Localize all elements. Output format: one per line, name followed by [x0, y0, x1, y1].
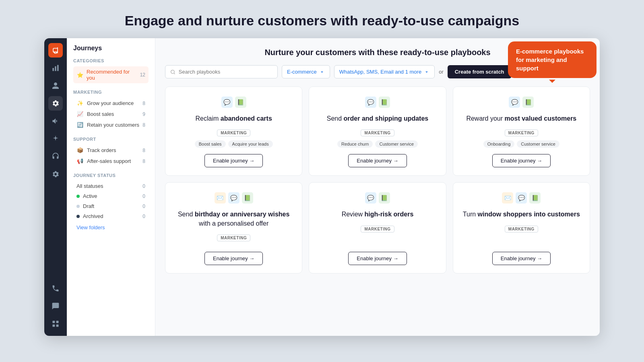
- category-grow[interactable]: ✨ Grow your audience 8: [73, 98, 149, 109]
- categories-label: Categories: [73, 58, 149, 63]
- category-boost-count: 9: [142, 111, 145, 117]
- card-badge: MARKETING: [505, 130, 538, 136]
- journey-card-window-shoppers[interactable]: ✉️💬📗 Turn window shoppers into customers…: [453, 182, 590, 274]
- svg-rect-2: [57, 65, 58, 71]
- enable-journey-button[interactable]: Enable journey →: [492, 154, 551, 167]
- create-from-scratch-button[interactable]: Create from scratch: [448, 65, 512, 78]
- card-badge: MARKETING: [217, 234, 250, 241]
- card-title: Send order and shipping updates: [327, 114, 429, 123]
- category-boost[interactable]: 📈 Boost sales 9: [73, 109, 149, 119]
- journey-card-order-shipping[interactable]: 💬📗 Send order and shipping updates MARKE…: [309, 86, 446, 176]
- nav-icon-megaphone[interactable]: [48, 43, 63, 58]
- cards-grid: 💬📗 Reclaim abandoned carts MARKETING Boo…: [165, 86, 590, 274]
- view-folders-link[interactable]: View folders: [73, 221, 149, 234]
- nav-icon-phone[interactable]: [48, 281, 63, 296]
- search-input[interactable]: [179, 69, 272, 75]
- category-grow-count: 8: [142, 101, 145, 106]
- journey-card-high-risk[interactable]: 💬📗 Review high-risk orders MARKETING Ena…: [309, 182, 446, 274]
- card-badge: MARKETING: [361, 130, 394, 136]
- journey-card-abandoned-carts[interactable]: 💬📗 Reclaim abandoned carts MARKETING Boo…: [165, 86, 302, 176]
- category-recommended[interactable]: ⭐ Recommended for you 12: [73, 66, 149, 83]
- nav-icon-grid[interactable]: [48, 317, 63, 331]
- card-channels: ✉️💬📗: [502, 192, 541, 204]
- tooltip-bubble: E-commerce playbooks for marketing and s…: [508, 41, 597, 78]
- card-channels: 💬📗: [509, 97, 534, 108]
- enable-journey-button[interactable]: Enable journey →: [348, 252, 407, 265]
- status-active-label: Active: [83, 193, 97, 199]
- category-retain-label: Retain your customers: [87, 122, 139, 128]
- card-tags: Reduce churnCustomer service: [337, 140, 418, 148]
- enable-journey-button[interactable]: Enable journey →: [348, 154, 407, 167]
- active-dot-icon: [76, 195, 80, 198]
- status-draft-label: Draft: [83, 203, 94, 209]
- ecommerce-filter[interactable]: E-commerce: [282, 65, 330, 78]
- nav-icon-automation[interactable]: [48, 96, 63, 111]
- card-title: Turn window shoppers into customers: [463, 210, 580, 219]
- status-all-count: 0: [142, 183, 145, 189]
- card-channels: 💬📗: [365, 192, 390, 204]
- status-all-label: All statuses: [76, 183, 103, 189]
- category-track[interactable]: 📦 Track orders 8: [73, 145, 149, 156]
- status-active[interactable]: Active 0: [73, 191, 149, 201]
- nav-icon-sparkle[interactable]: [48, 132, 63, 146]
- draft-dot-icon: [76, 205, 80, 208]
- nav-icon-person[interactable]: [48, 78, 63, 93]
- svg-rect-5: [53, 325, 55, 327]
- main-content: Nurture your customers with these ready-…: [155, 38, 600, 336]
- card-title: Reward your most valued customers: [466, 114, 576, 123]
- retain-icon: 🔄: [76, 122, 84, 128]
- journey-card-valued-customers[interactable]: 💬📗 Reward your most valued customers MAR…: [453, 86, 590, 176]
- status-archived-label: Archived: [83, 213, 103, 219]
- enable-journey-button[interactable]: Enable journey →: [492, 252, 551, 265]
- nav-icon-speaker[interactable]: [48, 114, 63, 128]
- panel-title: Journeys: [73, 45, 149, 52]
- tag: Customer service: [517, 140, 559, 148]
- tag: Reduce churn: [337, 140, 373, 148]
- svg-rect-4: [56, 321, 59, 323]
- category-recommended-label: Recommended for you: [87, 69, 137, 81]
- category-aftersales-count: 8: [142, 158, 145, 164]
- status-draft-count: 0: [142, 204, 145, 209]
- sidebar-nav: [44, 38, 67, 336]
- card-badge: MARKETING: [505, 226, 538, 232]
- nav-icon-chat[interactable]: [48, 299, 63, 313]
- status-archived-count: 0: [142, 214, 145, 219]
- card-title: Reclaim abandoned carts: [196, 114, 272, 123]
- search-box[interactable]: [165, 65, 278, 78]
- nav-icon-headset[interactable]: [48, 149, 63, 164]
- status-archived[interactable]: Archived 0: [73, 211, 149, 221]
- support-label: Support: [73, 137, 149, 142]
- status-all[interactable]: All statuses 0: [73, 181, 149, 191]
- category-track-count: 8: [142, 148, 145, 153]
- enable-journey-button[interactable]: Enable journey →: [204, 252, 263, 265]
- category-track-label: Track orders: [87, 147, 116, 153]
- sparkle-icon: ✨: [76, 100, 84, 106]
- svg-rect-1: [55, 66, 56, 71]
- card-channels: ✉️💬📗: [215, 192, 253, 204]
- enable-journey-button[interactable]: Enable journey →: [204, 154, 263, 167]
- nav-icon-settings[interactable]: [48, 167, 63, 181]
- chevron-down-icon: [319, 69, 325, 75]
- journey-card-birthday[interactable]: ✉️💬📗 Send birthday or anniversary wishes…: [165, 182, 302, 274]
- card-title: Review high-risk orders: [342, 210, 414, 219]
- app-window: Journeys Categories ⭐ Recommended for yo…: [44, 38, 600, 336]
- card-channels: 💬📗: [221, 97, 246, 108]
- chevron-down-icon-2: [424, 69, 429, 75]
- tag: Onboarding: [483, 140, 515, 148]
- or-text: or: [439, 69, 444, 75]
- category-aftersales[interactable]: 📢 After-sales support 8: [73, 156, 149, 167]
- archived-dot-icon: [76, 215, 80, 218]
- left-panel: Journeys Categories ⭐ Recommended for yo…: [67, 38, 155, 336]
- tag: Acquire your leads: [228, 140, 273, 148]
- nav-icon-chart[interactable]: [48, 61, 63, 75]
- card-tags: OnboardingCustomer service: [483, 140, 559, 148]
- status-draft[interactable]: Draft 0: [73, 201, 149, 211]
- search-icon: [170, 69, 175, 75]
- category-retain-count: 8: [142, 122, 145, 128]
- card-badge: MARKETING: [361, 226, 394, 232]
- trend-icon: 📈: [76, 111, 84, 117]
- card-channels: 💬📗: [365, 97, 390, 108]
- category-retain[interactable]: 🔄 Retain your customers 8: [73, 119, 149, 130]
- channel-filter[interactable]: WhatsApp, SMS, Email and 1 more: [334, 65, 435, 78]
- category-boost-label: Boost sales: [87, 111, 114, 117]
